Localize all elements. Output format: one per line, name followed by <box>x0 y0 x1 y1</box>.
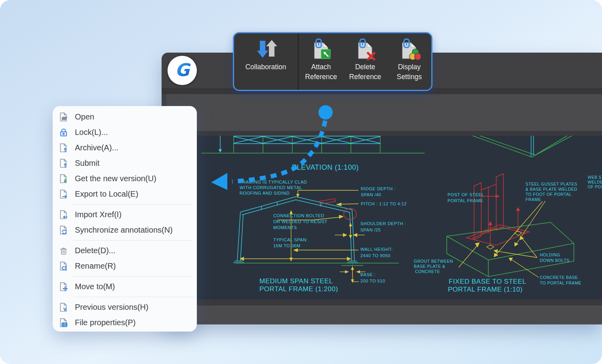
canvas-bottom-strip <box>166 300 602 305</box>
svg-text:WALL HEIGHT:: WALL HEIGHT: <box>360 247 393 252</box>
menu-item-rename[interactable]: Rename(R) <box>53 258 197 274</box>
menu-item-label: Lock(L)... <box>75 128 108 137</box>
svg-text:SPAN /25: SPAN /25 <box>360 228 381 232</box>
menu-item-submit[interactable]: Submit <box>53 155 197 171</box>
gstarcad-logo-icon: G <box>170 58 194 83</box>
menu-item-label: Export to Local(E) <box>75 190 138 199</box>
isometric-roof-drawing <box>472 136 572 157</box>
menu-item-label: File properties(P) <box>75 318 135 327</box>
menu-divider <box>73 240 193 241</box>
svg-text:ROOFING AND SIDIND: ROOFING AND SIDIND <box>240 191 290 195</box>
menu-item-label: Synchronize annotations(N) <box>75 226 173 235</box>
display-settings-button[interactable]: Display Settings <box>387 33 431 90</box>
app-logo[interactable]: G <box>168 56 197 85</box>
svg-text:PITCH : 1:12 TO 4:12: PITCH : 1:12 TO 4:12 <box>361 201 407 206</box>
svg-text:WITH CORRUGATED METAL: WITH CORRUGATED METAL <box>240 185 302 190</box>
svg-text:PORTAL FRAME (1:200): PORTAL FRAME (1:200) <box>259 285 338 293</box>
svg-text:HOLDING: HOLDING <box>540 252 560 257</box>
attach-reference-button[interactable]: Attach Reference <box>299 33 343 90</box>
window-content: ELEVATION (1:100) FRAMING IS TYPICALLY C… <box>166 94 602 324</box>
svg-text:WEB ST: WEB ST <box>588 175 602 180</box>
portal-frame-title: MEDIUM SPAN STEEL <box>259 277 333 285</box>
rename-icon <box>58 261 69 271</box>
sync-annotations-icon <box>58 225 69 235</box>
menu-item-label: Get the new version(U) <box>75 174 156 183</box>
open-file-icon <box>58 112 69 122</box>
menu-item-label: Open <box>75 112 94 121</box>
svg-text:BASE :: BASE : <box>360 272 375 277</box>
toolbar-button-label: Reference <box>349 72 381 82</box>
menu-item-label: Delete(D)... <box>75 246 115 255</box>
file-context-menu: Open Lock(L)... Archive(A <box>53 106 197 332</box>
delete-icon <box>58 246 69 256</box>
collaboration-button[interactable]: Collaboration <box>234 33 297 90</box>
svg-text:TO FOOT OF PORTAL: TO FOOT OF PORTAL <box>526 192 572 197</box>
status-bar <box>166 305 602 324</box>
menu-item-open[interactable]: Open <box>53 109 197 125</box>
file-properties-icon <box>58 318 69 328</box>
svg-text:GROUT BETWEEN: GROUT BETWEEN <box>414 259 453 264</box>
svg-text:200 TO 510: 200 TO 510 <box>360 279 385 283</box>
toolbar-button-label: Settings <box>397 72 422 82</box>
svg-text:SPAN /40: SPAN /40 <box>361 192 381 197</box>
svg-text:DOWN BOLTS: DOWN BOLTS <box>540 258 570 263</box>
cad-drawing: ELEVATION (1:100) FRAMING IS TYPICALLY C… <box>166 136 602 300</box>
svg-text:WELDED: WELDED <box>588 180 602 184</box>
elevation-truss-drawing <box>201 136 425 153</box>
delete-reference-icon <box>354 37 377 62</box>
cad-text-annotations: ELEVATION (1:100) FRAMING IS TYPICALLY C… <box>240 163 602 293</box>
svg-text:16M TO 36M: 16M TO 36M <box>273 243 301 248</box>
svg-text:RIDGE DEPTH :: RIDGE DEPTH : <box>361 186 396 191</box>
svg-text:OF POS: OF POS <box>588 185 602 189</box>
menu-item-move-to[interactable]: Move to(M) <box>53 279 197 294</box>
menu-item-label: Import Xref(I) <box>75 210 122 219</box>
menu-item-import-xref[interactable]: Import Xref(I) <box>53 207 197 222</box>
svg-text:CONCRETE BASE: CONCRETE BASE <box>540 275 578 280</box>
menu-item-archive[interactable]: Archive(A)... <box>53 140 197 155</box>
toolbar-button-label: Reference <box>305 72 337 82</box>
dimension-annotations <box>240 190 365 283</box>
svg-text:PORTAL FRAME: PORTAL FRAME <box>448 198 483 203</box>
lock-icon <box>58 127 69 138</box>
collaboration-arrows-icon <box>254 37 277 62</box>
svg-text:CONNECTION BOLTED: CONNECTION BOLTED <box>273 213 324 218</box>
export-local-icon <box>58 189 69 199</box>
menu-item-synchronize-annotations[interactable]: Synchronize annotations(N) <box>53 222 197 238</box>
svg-text:BASE PLATE &: BASE PLATE & <box>414 264 445 269</box>
menu-item-delete[interactable]: Delete(D)... <box>53 243 197 258</box>
delete-reference-button[interactable]: Delete Reference <box>343 33 387 90</box>
menu-item-label: Rename(R) <box>75 262 116 271</box>
menu-item-previous-versions[interactable]: Previous versions(H) <box>53 300 197 315</box>
previous-versions-icon <box>58 302 69 313</box>
import-xref-icon <box>58 210 69 220</box>
menu-item-label: Move to(M) <box>75 282 115 291</box>
menu-divider <box>73 276 193 277</box>
svg-text:FRAME: FRAME <box>526 197 541 202</box>
svg-text:SHOULDER DEPTH :: SHOULDER DEPTH : <box>360 221 406 226</box>
menu-item-file-properties[interactable]: File properties(P) <box>53 315 197 330</box>
svg-text:POST OF STEEL: POST OF STEEL <box>448 192 484 197</box>
elevation-title: ELEVATION (1:100) <box>292 163 359 171</box>
portal-frame-drawing <box>233 197 399 278</box>
toolbar-button-label: Display <box>398 62 421 72</box>
toolbar-button-label: Delete <box>355 62 375 72</box>
svg-text:FRAMING IS TYPICALLY CLAD: FRAMING IS TYPICALLY CLAD <box>240 180 307 184</box>
cad-drawing-canvas[interactable]: ELEVATION (1:100) FRAMING IS TYPICALLY C… <box>166 136 602 300</box>
menu-divider <box>73 297 193 297</box>
svg-text:TO PORTAL FRAME: TO PORTAL FRAME <box>540 281 581 285</box>
svg-text:STEEL GUSSET PLATES: STEEL GUSSET PLATES <box>526 182 577 186</box>
svg-text:TYPICAL SPAN:: TYPICAL SPAN: <box>273 237 308 242</box>
menu-item-export-to-local[interactable]: Export to Local(E) <box>53 186 197 202</box>
menu-item-label: Archive(A)... <box>75 143 118 152</box>
svg-text:& BASE PLATE WELDED: & BASE PLATE WELDED <box>526 187 577 191</box>
collaboration-toolbar-popup: Collaboration Attach Reference <box>233 32 432 91</box>
menu-item-lock[interactable]: Lock(L)... <box>53 125 197 140</box>
canvas-top-strip <box>166 131 602 136</box>
toolbar-button-label: Attach <box>311 62 331 72</box>
app-window: G <box>162 53 602 324</box>
toolbar-button-label: Collaboration <box>245 62 286 72</box>
display-settings-icon <box>398 37 421 62</box>
menu-item-get-new-version[interactable]: Get the new version(U) <box>53 171 197 186</box>
attach-reference-icon <box>310 37 333 62</box>
move-to-icon <box>58 282 69 292</box>
